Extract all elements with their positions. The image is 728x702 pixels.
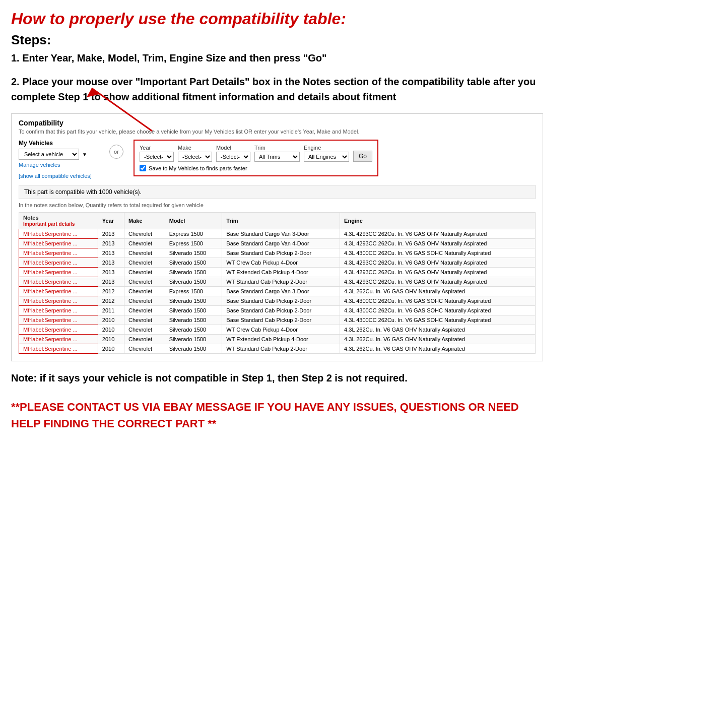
go-button[interactable]: Go — [353, 151, 372, 162]
engine-cell: 4.3L 4300CC 262Cu. In. V6 GAS SOHC Natur… — [340, 296, 536, 306]
model-select[interactable]: -Select- — [216, 152, 250, 162]
trim-cell: Base Standard Cab Pickup 2-Door — [222, 248, 340, 258]
save-row: Save to My Vehicles to finds parts faste… — [140, 165, 372, 171]
main-title: How to properly use the compatibility ta… — [11, 9, 543, 28]
engine-field-group: Engine All Engines — [304, 145, 349, 162]
year-field-group: Year -Select- — [140, 145, 174, 162]
notes-subheader: Important part details — [23, 221, 75, 227]
table-row: Mfrlabel:Serpentine ... 2012 Chevrolet S… — [19, 296, 536, 306]
engine-cell: 4.3L 4293CC 262Cu. In. V6 GAS OHV Natura… — [340, 239, 536, 248]
col-year: Year — [98, 213, 124, 229]
trim-cell: WT Crew Cab Pickup 4-Door — [222, 325, 340, 335]
trim-cell: WT Standard Cab Pickup 2-Door — [222, 277, 340, 287]
notes-cell: Mfrlabel:Serpentine ... — [19, 287, 98, 296]
table-row: Mfrlabel:Serpentine ... 2010 Chevrolet S… — [19, 335, 536, 344]
model-cell: Silverado 1500 — [165, 268, 222, 277]
engine-cell: 4.3L 4300CC 262Cu. In. V6 GAS SOHC Natur… — [340, 315, 536, 325]
notes-cell: Mfrlabel:Serpentine ... — [19, 315, 98, 325]
trim-cell: Base Standard Cab Pickup 2-Door — [222, 315, 340, 325]
year-cell: 2010 — [98, 335, 124, 344]
engine-cell: 4.3L 4293CC 262Cu. In. V6 GAS OHV Natura… — [340, 258, 536, 268]
manage-vehicles-link[interactable]: Manage vehicles — [19, 162, 99, 168]
trim-cell: Base Standard Cab Pickup 2-Door — [222, 296, 340, 306]
model-cell: Silverado 1500 — [165, 248, 222, 258]
col-engine: Engine — [340, 213, 536, 229]
make-label: Make — [178, 145, 212, 151]
engine-cell: 4.3L 4293CC 262Cu. In. V6 GAS OHV Natura… — [340, 277, 536, 287]
my-vehicles-label: My Vehicles — [19, 140, 99, 147]
model-cell: Silverado 1500 — [165, 258, 222, 268]
in-notes-text: In the notes section below, Quantity ref… — [19, 202, 536, 208]
make-cell: Chevrolet — [124, 229, 165, 239]
model-cell: Express 1500 — [165, 229, 222, 239]
year-make-section: Year -Select- Make -Select- Model — [134, 140, 378, 176]
year-cell: 2013 — [98, 277, 124, 287]
notes-cell: Mfrlabel:Serpentine ... — [19, 229, 98, 239]
show-all-link[interactable]: [show all compatible vehicles] — [19, 173, 92, 179]
year-cell: 2012 — [98, 296, 124, 306]
year-label: Year — [140, 145, 174, 151]
engine-cell: 4.3L 4300CC 262Cu. In. V6 GAS SOHC Natur… — [340, 306, 536, 315]
make-cell: Chevrolet — [124, 258, 165, 268]
engine-label: Engine — [304, 145, 349, 151]
trim-cell: Base Standard Cargo Van 3-Door — [222, 229, 340, 239]
notes-cell: Mfrlabel:Serpentine ... — [19, 325, 98, 335]
year-cell: 2011 — [98, 306, 124, 315]
engine-cell: 4.3L 262Cu. In. V6 GAS OHV Naturally Asp… — [340, 325, 536, 335]
col-model: Model — [165, 213, 222, 229]
notes-cell: Mfrlabel:Serpentine ... — [19, 344, 98, 354]
table-row: Mfrlabel:Serpentine ... 2013 Chevrolet S… — [19, 268, 536, 277]
table-row: Mfrlabel:Serpentine ... 2011 Chevrolet S… — [19, 306, 536, 315]
trim-select[interactable]: All Trims — [254, 152, 300, 162]
notes-cell: Mfrlabel:Serpentine ... — [19, 248, 98, 258]
trim-cell: Base Standard Cargo Van 3-Door — [222, 287, 340, 296]
model-cell: Silverado 1500 — [165, 315, 222, 325]
engine-cell: 4.3L 262Cu. In. V6 GAS OHV Naturally Asp… — [340, 335, 536, 344]
save-label: Save to My Vehicles to finds parts faste… — [149, 165, 247, 171]
notes-cell: Mfrlabel:Serpentine ... — [19, 277, 98, 287]
make-cell: Chevrolet — [124, 344, 165, 354]
table-row: Mfrlabel:Serpentine ... 2013 Chevrolet S… — [19, 277, 536, 287]
trim-cell: WT Extended Cab Pickup 4-Door — [222, 268, 340, 277]
steps-heading: Steps: — [11, 32, 543, 48]
model-cell: Silverado 1500 — [165, 306, 222, 315]
select-vehicle-dropdown[interactable]: Select a vehicle — [19, 149, 79, 160]
trim-cell: WT Crew Cab Pickup 4-Door — [222, 258, 340, 268]
year-cell: 2013 — [98, 248, 124, 258]
arrow-graphic — [51, 83, 162, 134]
trim-cell: WT Extended Cab Pickup 4-Door — [222, 335, 340, 344]
engine-select[interactable]: All Engines — [304, 152, 349, 162]
make-cell: Chevrolet — [124, 287, 165, 296]
notes-cell: Mfrlabel:Serpentine ... — [19, 335, 98, 344]
engine-cell: 4.3L 4300CC 262Cu. In. V6 GAS SOHC Natur… — [340, 248, 536, 258]
or-label: or — [109, 145, 123, 159]
table-row: Mfrlabel:Serpentine ... 2013 Chevrolet S… — [19, 248, 536, 258]
make-select[interactable]: -Select- — [178, 152, 212, 162]
year-cell: 2010 — [98, 315, 124, 325]
model-cell: Silverado 1500 — [165, 335, 222, 344]
model-field-group: Model -Select- — [216, 145, 250, 162]
svg-line-0 — [92, 88, 152, 131]
table-row: Mfrlabel:Serpentine ... 2012 Chevrolet E… — [19, 287, 536, 296]
notes-cell: Mfrlabel:Serpentine ... — [19, 296, 98, 306]
col-trim: Trim — [222, 213, 340, 229]
year-cell: 2012 — [98, 287, 124, 296]
make-cell: Chevrolet — [124, 277, 165, 287]
dropdown-arrow-icon: ▼ — [82, 152, 87, 157]
model-label: Model — [216, 145, 250, 151]
engine-cell: 4.3L 262Cu. In. V6 GAS OHV Naturally Asp… — [340, 287, 536, 296]
model-cell: Silverado 1500 — [165, 277, 222, 287]
make-cell: Chevrolet — [124, 315, 165, 325]
table-row: Mfrlabel:Serpentine ... 2010 Chevrolet S… — [19, 344, 536, 354]
save-checkbox[interactable] — [140, 165, 146, 171]
table-row: Mfrlabel:Serpentine ... 2013 Chevrolet S… — [19, 258, 536, 268]
year-cell: 2013 — [98, 268, 124, 277]
model-cell: Express 1500 — [165, 287, 222, 296]
make-cell: Chevrolet — [124, 239, 165, 248]
year-select[interactable]: -Select- — [140, 152, 174, 162]
engine-cell: 4.3L 4293CC 262Cu. In. V6 GAS OHV Natura… — [340, 229, 536, 239]
svg-marker-1 — [87, 88, 99, 97]
compatibility-container: Compatibility To confirm that this part … — [11, 113, 543, 361]
model-cell: Silverado 1500 — [165, 344, 222, 354]
engine-cell: 4.3L 4293CC 262Cu. In. V6 GAS OHV Natura… — [340, 268, 536, 277]
